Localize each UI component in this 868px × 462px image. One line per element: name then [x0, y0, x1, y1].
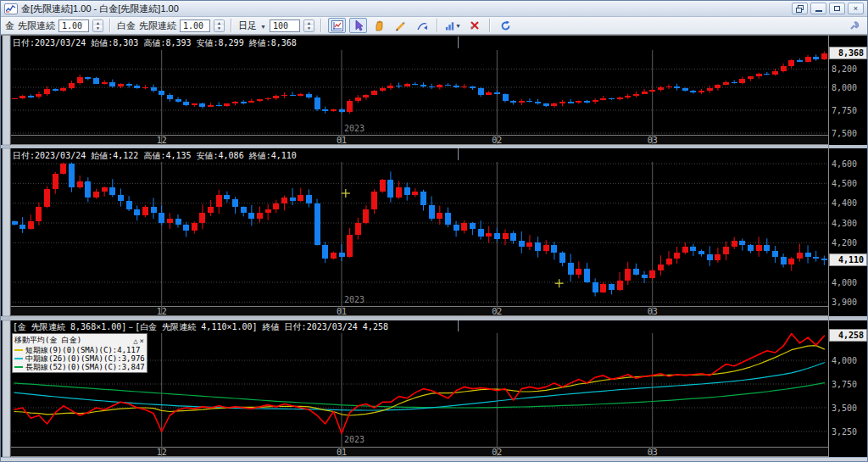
toolbar-separator: [437, 19, 438, 32]
svg-text:2023: 2023: [344, 435, 364, 444]
svg-text:01: 01: [337, 136, 347, 145]
toolbar-separator: [231, 19, 232, 32]
bar-chart-icon: [445, 20, 454, 31]
bar-count-stepper[interactable]: ▲ ▼: [303, 19, 314, 32]
spin-down-icon[interactable]: ▼: [93, 25, 103, 31]
svg-text:4,000: 4,000: [832, 278, 857, 287]
instrument2-multiplier-stepper[interactable]: ▲ ▼: [214, 19, 225, 32]
svg-text:7,500: 7,500: [832, 129, 857, 138]
svg-text:8,000: 8,000: [832, 83, 857, 92]
svg-text:12: 12: [157, 136, 167, 145]
close-button[interactable]: ×: [848, 3, 864, 14]
svg-text:3,500: 3,500: [832, 404, 857, 413]
hand-icon: [374, 20, 385, 31]
window-bottom-edge: [1, 457, 867, 462]
select-tool-button[interactable]: [349, 18, 367, 33]
svg-text:4,600: 4,600: [832, 159, 857, 169]
svg-text:03: 03: [648, 307, 658, 316]
platinum-last-price-box: 4,110: [829, 253, 867, 266]
spread-last-price-box: 4,258: [829, 329, 867, 342]
refresh-button[interactable]: [497, 18, 515, 33]
price-info-tool-button[interactable]: [328, 18, 346, 33]
chart-type-button[interactable]: ▼: [444, 18, 462, 33]
svg-text:4,200: 4,200: [832, 238, 857, 248]
pan-tool-button[interactable]: [370, 18, 388, 33]
settings-button[interactable]: [845, 18, 863, 33]
bezier-pen-icon: [416, 20, 428, 31]
svg-text:4,300: 4,300: [832, 219, 857, 228]
instrument1-multiplier-stepper[interactable]: ▲ ▼: [92, 19, 103, 32]
legend-line-swatch: [14, 358, 23, 359]
svg-text:8,200: 8,200: [832, 64, 857, 74]
app-window: 金[先限連続]1.00 - 白金[先限連続]1.00 × 金 先限連続 1.00…: [0, 0, 868, 462]
pin-window-button[interactable]: [792, 3, 808, 14]
instrument2-multiplier-input[interactable]: 1.00: [180, 19, 210, 32]
legend-row: 長期線(52)(0)(SMA)(C):3,847: [14, 363, 145, 371]
svg-text:03: 03: [648, 448, 658, 457]
moving-average-legend: 移動平均(金 白金) △ × 短期線(9)(0)(SMA)(C):4,117中期…: [12, 333, 147, 373]
svg-text:02: 02: [492, 448, 502, 457]
draw-curve-tool-button[interactable]: [413, 18, 431, 33]
svg-text:12: 12: [157, 448, 167, 457]
svg-text:7,750: 7,750: [832, 106, 857, 115]
wrench-icon: [849, 20, 860, 31]
instrument2-label: 白金: [117, 19, 136, 32]
cursor-arrow-icon: [353, 19, 364, 31]
period-dropdown[interactable]: 日足 ▼: [238, 19, 266, 32]
instrument1-series-label: 先限連続: [18, 19, 55, 32]
spin-down-icon[interactable]: ▼: [304, 25, 314, 31]
delete-drawing-button[interactable]: [465, 18, 483, 33]
bar-count-input[interactable]: 100: [270, 19, 300, 32]
chevron-down-icon[interactable]: ▼: [455, 23, 461, 29]
chart-area: 8,2008,0007,7507,5001201202302034,6004,5…: [1, 35, 868, 457]
svg-text:01: 01: [337, 307, 347, 316]
chevron-down-icon: ▼: [260, 24, 266, 30]
svg-text:4,000: 4,000: [832, 356, 857, 365]
svg-text:2023: 2023: [344, 124, 364, 133]
svg-text:2023: 2023: [344, 295, 364, 304]
legend-close-icon[interactable]: ×: [139, 337, 145, 345]
svg-text:02: 02: [492, 136, 502, 145]
svg-text:12: 12: [157, 307, 167, 316]
red-x-icon: [470, 20, 480, 31]
window-title: 金[先限連続]1.00 - 白金[先限連続]1.00: [21, 3, 179, 15]
toolbar: 金 先限連続 1.00 ▲ ▼ 白金 先限連続 1.00 ▲ ▼ 日足 ▼ 10…: [1, 17, 867, 35]
spread-info: [金 先限連続 8,368×1.00]－[白金 先限連続 4,110×1.00]…: [13, 321, 388, 332]
chart-canvas[interactable]: 8,2008,0007,7507,5001201202302034,6004,5…: [1, 35, 868, 457]
instrument2-series-label: 先限連続: [139, 19, 176, 32]
svg-text:3,900: 3,900: [832, 298, 857, 307]
price-info-icon: [331, 20, 343, 31]
svg-text:4,400: 4,400: [832, 198, 857, 208]
platinum-ohlc-info: 日付:2023/03/24 始値:4,122 高値:4,135 安値:4,086…: [13, 150, 297, 161]
toolbar-separator: [109, 19, 111, 32]
maximize-button[interactable]: [829, 3, 845, 14]
draw-line-tool-button[interactable]: [392, 18, 409, 33]
instrument1-multiplier-input[interactable]: 1.00: [58, 19, 89, 32]
minimize-button[interactable]: [810, 3, 826, 14]
svg-text:3,750: 3,750: [832, 380, 857, 389]
instrument1-label: 金: [5, 19, 14, 32]
svg-text:4,500: 4,500: [832, 179, 857, 188]
svg-text:02: 02: [492, 307, 502, 316]
svg-text:01: 01: [337, 448, 347, 457]
svg-text:3,250: 3,250: [832, 427, 857, 437]
legend-line-swatch: [14, 366, 23, 368]
spin-down-icon[interactable]: ▼: [214, 25, 224, 31]
pencil-icon: [395, 20, 406, 31]
legend-collapse-icon[interactable]: △: [132, 337, 138, 345]
gold-last-price-box: 8,368: [829, 47, 867, 59]
gold-ohlc-info: 日付:2023/03/24 始値:8,303 高値:8,393 安値:8,299…: [13, 37, 297, 48]
legend-row-label: 長期線(52)(0)(SMA)(C):3,847: [25, 362, 145, 373]
svg-text:03: 03: [648, 136, 658, 145]
toolbar-separator: [320, 19, 322, 32]
titlebar[interactable]: 金[先限連続]1.00 - 白金[先限連続]1.00 ×: [1, 1, 867, 17]
toolbar-separator: [489, 19, 491, 32]
chart-app-icon: [4, 3, 18, 14]
legend-line-swatch: [14, 349, 23, 351]
refresh-icon: [500, 20, 511, 31]
